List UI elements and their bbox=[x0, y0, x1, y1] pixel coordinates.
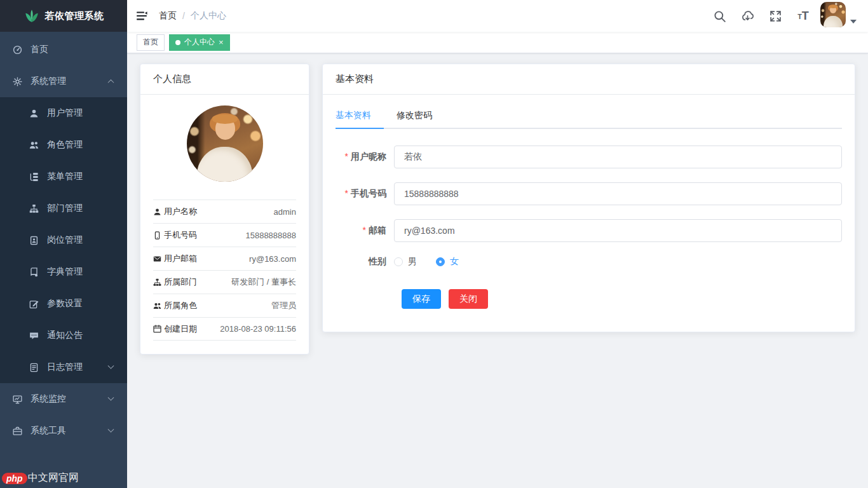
sidebar-menu: 首页 系统管理 用户管理 bbox=[0, 32, 127, 447]
gear-icon bbox=[13, 77, 22, 86]
basic-info-card-title: 基本资料 bbox=[323, 64, 855, 95]
sidebar-item-post-manage[interactable]: 岗位管理 bbox=[0, 224, 127, 256]
user-icon bbox=[153, 208, 161, 216]
profile-card: 个人信息 用户名称 admin bbox=[140, 64, 309, 355]
sidebar-item-system-manage[interactable]: 系统管理 bbox=[0, 65, 127, 97]
watermark: php 中文网官网 bbox=[2, 471, 79, 485]
log-icon bbox=[29, 363, 39, 372]
caret-down-icon[interactable] bbox=[850, 20, 857, 24]
tab-basic-info[interactable]: 基本资料 bbox=[336, 102, 384, 128]
tree-table-icon bbox=[29, 172, 39, 182]
users-icon bbox=[153, 302, 161, 310]
phone-field[interactable] bbox=[394, 182, 842, 205]
save-button[interactable]: 保存 bbox=[402, 289, 441, 309]
chevron-down-icon bbox=[108, 426, 114, 432]
profile-avatar bbox=[187, 105, 263, 182]
user-menu[interactable] bbox=[820, 2, 857, 30]
tag-profile-active[interactable]: 个人中心 × bbox=[169, 34, 230, 51]
badge-icon bbox=[29, 236, 39, 245]
form-row-phone: *手机号码 bbox=[336, 182, 842, 205]
form-actions: 保存 关闭 bbox=[336, 289, 842, 309]
gender-radio-female[interactable]: 女 bbox=[436, 256, 459, 268]
form-row-email: *邮箱 bbox=[336, 219, 842, 242]
tab-change-password[interactable]: 修改密码 bbox=[384, 102, 445, 128]
tags-view-bar: 首页 个人中心 × bbox=[127, 32, 868, 53]
app-title: 若依管理系统 bbox=[45, 10, 104, 22]
profile-row-created: 创建日期 2018-08-23 09:11:56 bbox=[153, 317, 296, 341]
profile-row-username: 用户名称 admin bbox=[153, 200, 296, 223]
edit-icon bbox=[29, 299, 39, 309]
monitor-icon bbox=[13, 395, 22, 404]
profile-row-dept: 所属部门 研发部门 / 董事长 bbox=[153, 270, 296, 294]
mobile-icon bbox=[153, 231, 161, 240]
sidebar-item-dept-manage[interactable]: 部门管理 bbox=[0, 193, 127, 224]
gender-radio-male[interactable]: 男 bbox=[394, 256, 417, 268]
message-icon bbox=[29, 331, 39, 341]
watermark-text: 中文网官网 bbox=[28, 471, 79, 485]
basic-info-card: 基本资料 基本资料 修改密码 *用户昵称 *手机号码 * bbox=[322, 64, 855, 332]
form-row-gender: 性别 男 女 bbox=[336, 256, 842, 268]
sidebar-item-log-manage[interactable]: 日志管理 bbox=[0, 351, 127, 383]
chevron-up-icon bbox=[108, 79, 114, 85]
email-label: *邮箱 bbox=[336, 225, 394, 236]
main-content: 个人信息 用户名称 admin bbox=[127, 54, 868, 488]
hamburger-icon[interactable] bbox=[131, 0, 153, 32]
form-row-nickname: *用户昵称 bbox=[336, 146, 842, 168]
logo-leaf-icon bbox=[24, 8, 40, 24]
sidebar-item-menu-manage[interactable]: 菜单管理 bbox=[0, 161, 127, 193]
gender-label: 性别 bbox=[336, 256, 394, 268]
profile-row-email: 用户邮箱 ry@163.com bbox=[153, 247, 296, 270]
profile-card-title: 个人信息 bbox=[140, 64, 309, 95]
toolbox-icon bbox=[13, 426, 22, 436]
system-manage-submenu: 用户管理 角色管理 菜单管理 bbox=[0, 97, 127, 383]
sidebar-item-system-monitor[interactable]: 系统监控 bbox=[0, 383, 127, 415]
sidebar-item-system-tools[interactable]: 系统工具 bbox=[0, 415, 127, 447]
sidebar-item-user-manage[interactable]: 用户管理 bbox=[0, 97, 127, 129]
top-navbar: 首页 / 个人中心 T bbox=[127, 0, 868, 32]
breadcrumb-separator: / bbox=[182, 11, 185, 21]
close-button[interactable]: 关闭 bbox=[449, 289, 488, 309]
close-icon[interactable]: × bbox=[219, 38, 224, 46]
font-size-icon[interactable]: TT bbox=[792, 10, 814, 22]
sidebar-item-param-settings[interactable]: 参数设置 bbox=[0, 288, 127, 320]
sidebar-item-role-manage[interactable]: 角色管理 bbox=[0, 129, 127, 161]
breadcrumb-home[interactable]: 首页 bbox=[159, 10, 177, 22]
sitemap-icon bbox=[153, 278, 161, 287]
form-tabs: 基本资料 修改密码 bbox=[336, 102, 842, 129]
chevron-down-icon bbox=[108, 362, 114, 369]
radio-checked-icon[interactable] bbox=[436, 257, 445, 266]
radio-unchecked-icon[interactable] bbox=[394, 257, 403, 266]
nickname-field[interactable] bbox=[394, 146, 842, 168]
user-icon bbox=[29, 109, 39, 118]
sidebar-item-notice[interactable]: 通知公告 bbox=[0, 320, 127, 351]
calendar-icon bbox=[153, 325, 161, 333]
fullscreen-icon[interactable] bbox=[764, 0, 786, 32]
dashboard-icon bbox=[13, 45, 22, 55]
sidebar-item-dict-manage[interactable]: 字典管理 bbox=[0, 256, 127, 288]
active-dot-icon bbox=[175, 40, 180, 45]
navbar-actions: TT bbox=[709, 0, 868, 32]
profile-field-list: 用户名称 admin 手机号码 15888888888 bbox=[153, 200, 296, 341]
profile-row-role: 所属角色 管理员 bbox=[153, 294, 296, 317]
sidebar: 若依管理系统 首页 系统管理 bbox=[0, 0, 127, 488]
tag-home[interactable]: 首页 bbox=[137, 34, 165, 51]
app-root: 若依管理系统 首页 系统管理 bbox=[0, 0, 868, 488]
email-field[interactable] bbox=[394, 219, 842, 242]
sidebar-item-home[interactable]: 首页 bbox=[0, 34, 127, 65]
phone-label: *手机号码 bbox=[336, 188, 394, 200]
cloud-download-icon[interactable] bbox=[736, 0, 758, 32]
profile-row-phone: 手机号码 15888888888 bbox=[153, 223, 296, 247]
avatar[interactable] bbox=[820, 2, 846, 27]
dictionary-icon bbox=[29, 268, 39, 277]
breadcrumb-current: 个人中心 bbox=[191, 10, 226, 22]
watermark-logo: php bbox=[2, 473, 27, 484]
nickname-label: *用户昵称 bbox=[336, 151, 394, 163]
sitemap-icon bbox=[29, 204, 39, 214]
email-icon bbox=[153, 255, 161, 263]
basic-info-form: *用户昵称 *手机号码 *邮箱 性别 bbox=[336, 146, 842, 309]
chevron-down-icon bbox=[108, 394, 114, 400]
app-logo[interactable]: 若依管理系统 bbox=[0, 0, 127, 32]
breadcrumb: 首页 / 个人中心 bbox=[159, 10, 226, 22]
search-icon[interactable] bbox=[709, 0, 730, 32]
users-icon bbox=[29, 140, 39, 150]
